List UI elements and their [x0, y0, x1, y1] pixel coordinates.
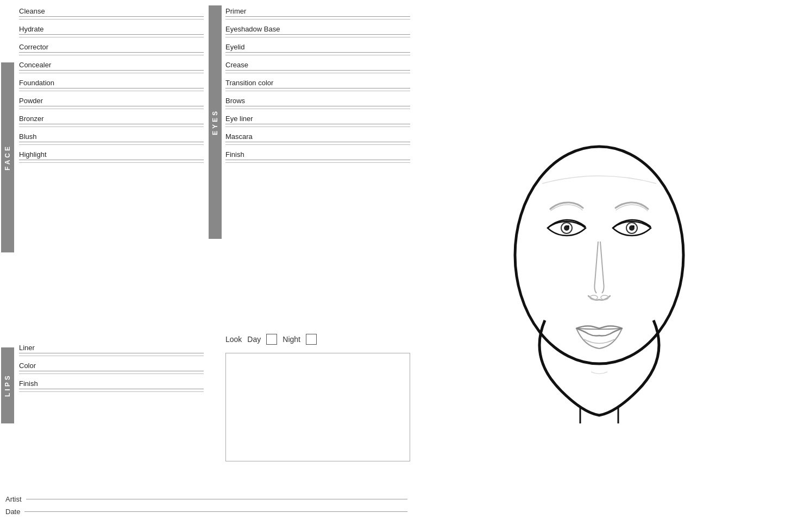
primer-line [225, 16, 410, 17]
field-crease: Crease [225, 56, 410, 73]
artist-label: Artist [5, 495, 22, 503]
artist-hr [26, 499, 407, 499]
mascara-line [225, 142, 410, 142]
bronzer-line [19, 124, 204, 124]
powder-line [19, 106, 204, 106]
foundation-label: Foundation [19, 74, 204, 88]
field-eye-liner: Eye liner [225, 110, 410, 127]
field-color: Color [19, 357, 204, 374]
liner-line [19, 353, 204, 353]
face-illustration [480, 103, 719, 429]
look-label: Look [225, 335, 242, 344]
crease-line2 [225, 73, 410, 73]
blush-line [19, 142, 204, 142]
face-label: FACE [1, 62, 14, 252]
field-hydrate: Hydrate [19, 21, 204, 37]
corrector-line [19, 52, 204, 53]
eyes-section-bar: EYES [208, 0, 223, 320]
finish-eyes-line [225, 160, 410, 160]
date-row: Date [5, 508, 407, 516]
powder-label: Powder [19, 92, 204, 106]
primer-label: Primer [225, 3, 410, 16]
eyes-label: EYES [209, 5, 222, 239]
crease-line [225, 70, 410, 71]
primer-line2 [225, 19, 410, 20]
cleanse-label: Cleanse [19, 3, 204, 16]
eyelid-line [225, 52, 410, 53]
hydrate-label: Hydrate [19, 21, 204, 34]
field-finish-eyes: Finish [225, 146, 410, 163]
face-section-bar: FACE [0, 30, 15, 318]
night-checkbox[interactable] [306, 334, 317, 345]
date-label: Date [5, 508, 20, 516]
mascara-label: Mascara [225, 128, 410, 142]
eye-liner-line2 [225, 126, 410, 127]
face-illustration-container [413, 11, 785, 521]
powder-line2 [19, 109, 204, 109]
eyeshadow-base-label: Eyeshadow Base [225, 21, 410, 34]
concealer-line [19, 70, 204, 71]
notes-box[interactable] [225, 353, 410, 461]
transition-color-label: Transition color [225, 74, 410, 88]
svg-point-8 [632, 225, 635, 227]
field-corrector: Corrector [19, 39, 204, 55]
artist-date-section: Artist Date [5, 495, 407, 516]
field-primer: Primer [225, 3, 410, 20]
highlight-line [19, 160, 204, 160]
foundation-line2 [19, 91, 204, 91]
field-liner: Liner [19, 339, 204, 356]
brows-label: Brows [225, 92, 410, 106]
eyeshadow-base-line [225, 34, 410, 35]
transition-color-line [225, 88, 410, 88]
finish-lips-line [19, 389, 204, 389]
field-eyeshadow-base: Eyeshadow Base [225, 21, 410, 37]
eye-liner-label: Eye liner [225, 110, 410, 124]
field-bronzer: Bronzer [19, 110, 204, 127]
eyes-fields: Primer Eyeshadow Base Eyelid Crease Tran… [225, 3, 410, 164]
field-foundation: Foundation [19, 74, 204, 91]
lips-fields: Liner Color Finish [19, 339, 204, 393]
bronzer-label: Bronzer [19, 110, 204, 124]
brows-line2 [225, 109, 410, 109]
eye-liner-line [225, 124, 410, 124]
liner-label: Liner [19, 339, 204, 353]
artist-row: Artist [5, 495, 407, 503]
eyeshadow-base-line2 [225, 37, 410, 37]
field-finish-lips: Finish [19, 375, 204, 392]
blush-label: Blush [19, 128, 204, 142]
face-fields: Cleanse Hydrate Corrector Concealer Foun… [19, 3, 204, 164]
transition-color-line2 [225, 91, 410, 91]
field-highlight: Highlight [19, 146, 204, 163]
field-eyelid: Eyelid [225, 39, 410, 55]
highlight-line2 [19, 162, 204, 163]
corrector-label: Corrector [19, 39, 204, 52]
finish-eyes-label: Finish [225, 146, 410, 160]
corrector-line2 [19, 55, 204, 55]
crease-label: Crease [225, 56, 410, 70]
hydrate-line2 [19, 37, 204, 37]
color-label: Color [19, 357, 204, 371]
finish-eyes-line2 [225, 162, 410, 163]
liner-line2 [19, 356, 204, 356]
highlight-label: Highlight [19, 146, 204, 160]
day-checkbox[interactable] [266, 334, 277, 345]
brows-line [225, 106, 410, 106]
concealer-label: Concealer [19, 56, 204, 70]
field-mascara: Mascara [225, 128, 410, 145]
finish-lips-label: Finish [19, 375, 204, 389]
day-label: Day [247, 335, 261, 344]
field-blush: Blush [19, 128, 204, 145]
eyelid-line2 [225, 55, 410, 55]
field-brows: Brows [225, 92, 410, 109]
night-label: Night [282, 335, 300, 344]
field-concealer: Concealer [19, 56, 204, 73]
cleanse-line2 [19, 19, 204, 20]
svg-point-5 [567, 225, 569, 227]
finish-lips-line2 [19, 391, 204, 392]
color-line2 [19, 373, 204, 374]
concealer-line2 [19, 73, 204, 73]
field-powder: Powder [19, 92, 204, 109]
hydrate-line [19, 34, 204, 35]
lips-label: LIPS [1, 347, 14, 423]
foundation-line [19, 88, 204, 88]
